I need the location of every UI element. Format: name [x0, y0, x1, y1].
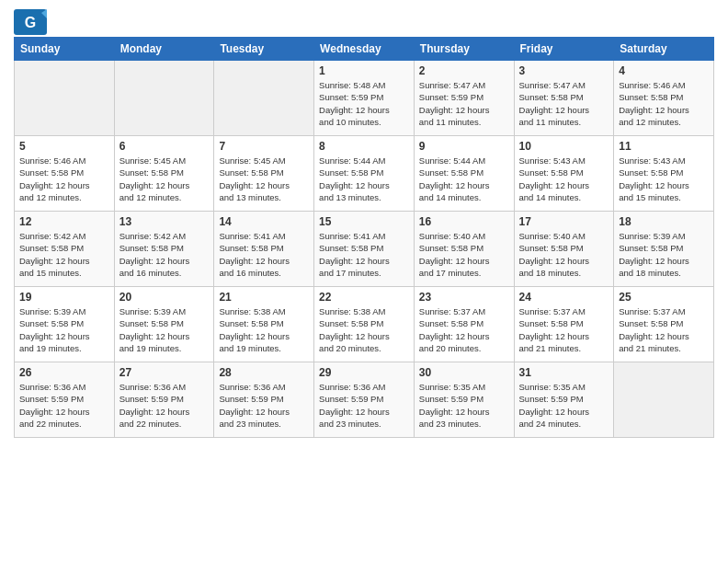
header-cell-friday: Friday — [514, 38, 614, 61]
day-number: 14 — [219, 215, 309, 228]
day-number: 21 — [219, 291, 309, 304]
day-number: 2 — [419, 64, 509, 77]
day-cell: 11Sunrise: 5:43 AMSunset: 5:58 PMDayligh… — [614, 136, 714, 212]
day-cell: 18Sunrise: 5:39 AMSunset: 5:58 PMDayligh… — [614, 212, 714, 287]
day-cell: 25Sunrise: 5:37 AMSunset: 5:58 PMDayligh… — [614, 287, 714, 362]
day-number: 18 — [619, 215, 709, 228]
day-cell: 12Sunrise: 5:42 AMSunset: 5:58 PMDayligh… — [15, 212, 115, 287]
day-info: Sunrise: 5:45 AMSunset: 5:58 PMDaylight:… — [219, 155, 309, 203]
day-info: Sunrise: 5:44 AMSunset: 5:58 PMDaylight:… — [319, 155, 409, 203]
day-cell: 19Sunrise: 5:39 AMSunset: 5:58 PMDayligh… — [15, 287, 115, 362]
day-cell: 5Sunrise: 5:46 AMSunset: 5:58 PMDaylight… — [15, 136, 115, 212]
header-cell-saturday: Saturday — [614, 38, 714, 61]
day-cell: 29Sunrise: 5:36 AMSunset: 5:59 PMDayligh… — [314, 362, 415, 438]
day-number: 10 — [519, 140, 609, 153]
day-cell: 6Sunrise: 5:45 AMSunset: 5:58 PMDaylight… — [114, 136, 214, 212]
day-number: 9 — [419, 140, 509, 153]
day-number: 3 — [519, 64, 609, 77]
day-cell: 16Sunrise: 5:40 AMSunset: 5:58 PMDayligh… — [414, 212, 514, 287]
day-cell — [15, 61, 115, 136]
day-info: Sunrise: 5:35 AMSunset: 5:59 PMDaylight:… — [419, 381, 509, 430]
week-row-0: 1Sunrise: 5:48 AMSunset: 5:59 PMDaylight… — [15, 61, 714, 136]
day-cell: 21Sunrise: 5:38 AMSunset: 5:58 PMDayligh… — [214, 287, 314, 362]
day-cell: 26Sunrise: 5:36 AMSunset: 5:59 PMDayligh… — [15, 362, 115, 438]
day-number: 13 — [119, 215, 210, 228]
day-info: Sunrise: 5:47 AMSunset: 5:58 PMDaylight:… — [519, 79, 609, 128]
day-info: Sunrise: 5:48 AMSunset: 5:59 PMDaylight:… — [319, 79, 409, 128]
day-number: 26 — [19, 366, 109, 379]
day-number: 20 — [119, 291, 210, 304]
day-cell: 31Sunrise: 5:35 AMSunset: 5:59 PMDayligh… — [514, 362, 614, 438]
day-number: 27 — [119, 366, 210, 379]
day-info: Sunrise: 5:40 AMSunset: 5:58 PMDaylight:… — [519, 230, 609, 279]
day-info: Sunrise: 5:38 AMSunset: 5:58 PMDaylight:… — [219, 305, 309, 354]
day-cell: 23Sunrise: 5:37 AMSunset: 5:58 PMDayligh… — [414, 287, 514, 362]
day-number: 1 — [319, 64, 409, 77]
day-cell: 17Sunrise: 5:40 AMSunset: 5:58 PMDayligh… — [514, 212, 614, 287]
header: G — [14, 9, 714, 29]
day-info: Sunrise: 5:39 AMSunset: 5:58 PMDaylight:… — [19, 305, 109, 354]
calendar-container: G SundayMondayTuesdayWednesdayThursdayFr… — [0, 0, 728, 563]
day-cell: 27Sunrise: 5:36 AMSunset: 5:59 PMDayligh… — [114, 362, 214, 438]
day-cell: 20Sunrise: 5:39 AMSunset: 5:58 PMDayligh… — [114, 287, 214, 362]
day-info: Sunrise: 5:42 AMSunset: 5:58 PMDaylight:… — [119, 230, 210, 279]
week-row-4: 26Sunrise: 5:36 AMSunset: 5:59 PMDayligh… — [15, 362, 714, 438]
day-cell — [614, 362, 714, 438]
day-number: 8 — [319, 140, 409, 153]
logo: G — [14, 9, 45, 29]
day-info: Sunrise: 5:42 AMSunset: 5:58 PMDaylight:… — [19, 230, 109, 279]
calendar-header: SundayMondayTuesdayWednesdayThursdayFrid… — [15, 38, 714, 61]
day-cell: 10Sunrise: 5:43 AMSunset: 5:58 PMDayligh… — [514, 136, 614, 212]
day-info: Sunrise: 5:37 AMSunset: 5:58 PMDaylight:… — [519, 305, 609, 354]
day-cell: 22Sunrise: 5:38 AMSunset: 5:58 PMDayligh… — [314, 287, 415, 362]
day-info: Sunrise: 5:36 AMSunset: 5:59 PMDaylight:… — [19, 381, 109, 430]
week-row-2: 12Sunrise: 5:42 AMSunset: 5:58 PMDayligh… — [15, 212, 714, 287]
day-cell: 2Sunrise: 5:47 AMSunset: 5:59 PMDaylight… — [414, 61, 514, 136]
day-number: 11 — [619, 140, 709, 153]
logo-icon: G — [14, 9, 41, 29]
day-cell: 1Sunrise: 5:48 AMSunset: 5:59 PMDaylight… — [314, 61, 415, 136]
day-cell: 30Sunrise: 5:35 AMSunset: 5:59 PMDayligh… — [414, 362, 514, 438]
header-cell-sunday: Sunday — [15, 38, 115, 61]
day-cell: 24Sunrise: 5:37 AMSunset: 5:58 PMDayligh… — [514, 287, 614, 362]
day-info: Sunrise: 5:37 AMSunset: 5:58 PMDaylight:… — [419, 305, 509, 354]
calendar-body: 1Sunrise: 5:48 AMSunset: 5:59 PMDaylight… — [15, 61, 714, 438]
day-info: Sunrise: 5:39 AMSunset: 5:58 PMDaylight:… — [619, 230, 709, 279]
day-cell: 3Sunrise: 5:47 AMSunset: 5:58 PMDaylight… — [514, 61, 614, 136]
day-info: Sunrise: 5:43 AMSunset: 5:58 PMDaylight:… — [519, 155, 609, 203]
day-info: Sunrise: 5:41 AMSunset: 5:58 PMDaylight:… — [219, 230, 309, 279]
day-info: Sunrise: 5:47 AMSunset: 5:59 PMDaylight:… — [419, 79, 509, 128]
header-cell-thursday: Thursday — [414, 38, 514, 61]
day-info: Sunrise: 5:45 AMSunset: 5:58 PMDaylight:… — [119, 155, 210, 203]
day-number: 24 — [519, 291, 609, 304]
day-info: Sunrise: 5:39 AMSunset: 5:58 PMDaylight:… — [119, 305, 210, 354]
day-info: Sunrise: 5:46 AMSunset: 5:58 PMDaylight:… — [619, 79, 709, 128]
day-cell: 8Sunrise: 5:44 AMSunset: 5:58 PMDaylight… — [314, 136, 415, 212]
day-cell: 9Sunrise: 5:44 AMSunset: 5:58 PMDaylight… — [414, 136, 514, 212]
day-number: 22 — [319, 291, 409, 304]
day-cell: 4Sunrise: 5:46 AMSunset: 5:58 PMDaylight… — [614, 61, 714, 136]
day-number: 29 — [319, 366, 409, 379]
day-number: 4 — [619, 64, 709, 77]
day-cell — [114, 61, 214, 136]
day-cell: 7Sunrise: 5:45 AMSunset: 5:58 PMDaylight… — [214, 136, 314, 212]
header-cell-wednesday: Wednesday — [314, 38, 415, 61]
day-number: 25 — [619, 291, 709, 304]
day-number: 15 — [319, 215, 409, 228]
day-info: Sunrise: 5:46 AMSunset: 5:58 PMDaylight:… — [19, 155, 109, 203]
day-number: 19 — [19, 291, 109, 304]
day-info: Sunrise: 5:40 AMSunset: 5:58 PMDaylight:… — [419, 230, 509, 279]
header-cell-monday: Monday — [114, 38, 214, 61]
day-cell: 28Sunrise: 5:36 AMSunset: 5:59 PMDayligh… — [214, 362, 314, 438]
day-info: Sunrise: 5:37 AMSunset: 5:58 PMDaylight:… — [619, 305, 709, 354]
day-cell — [214, 61, 314, 136]
day-info: Sunrise: 5:35 AMSunset: 5:59 PMDaylight:… — [519, 381, 609, 430]
day-info: Sunrise: 5:36 AMSunset: 5:59 PMDaylight:… — [319, 381, 409, 430]
day-info: Sunrise: 5:41 AMSunset: 5:58 PMDaylight:… — [319, 230, 409, 279]
day-cell: 14Sunrise: 5:41 AMSunset: 5:58 PMDayligh… — [214, 212, 314, 287]
header-cell-tuesday: Tuesday — [214, 38, 314, 61]
day-info: Sunrise: 5:36 AMSunset: 5:59 PMDaylight:… — [119, 381, 210, 430]
week-row-1: 5Sunrise: 5:46 AMSunset: 5:58 PMDaylight… — [15, 136, 714, 212]
calendar-table: SundayMondayTuesdayWednesdayThursdayFrid… — [14, 37, 714, 438]
day-number: 6 — [119, 140, 210, 153]
